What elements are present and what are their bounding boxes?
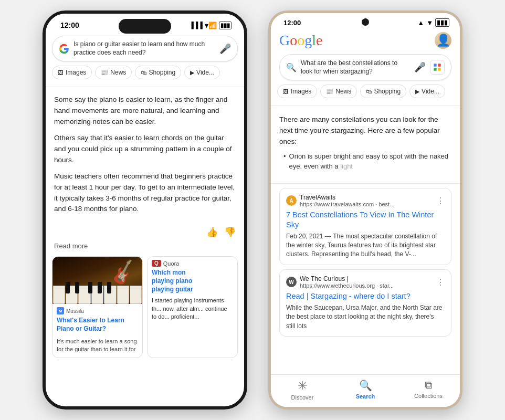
iphone-status-icons: ▐▐▐ ▾📶 ▮▮▮ xyxy=(189,22,232,29)
travelawaits-url: https://www.travelawaits.com · best... xyxy=(300,201,394,208)
wifi-icon: ▾📶 xyxy=(205,22,217,29)
iphone-scroll-content[interactable]: Is piano or guitar easier to learn and h… xyxy=(46,32,244,410)
mussila-card-body: It's much easier to learn a song for the… xyxy=(52,335,142,358)
travelawaits-menu-icon[interactable]: ⋮ xyxy=(436,196,445,206)
android-camera xyxy=(362,18,369,26)
android-ai-answer: There are many constellations you can lo… xyxy=(271,109,460,180)
android-tab-news[interactable]: 📰 News xyxy=(320,85,357,98)
android-tab-images[interactable]: 🖼 Images xyxy=(277,85,317,98)
mussila-source-name: Mussila xyxy=(66,308,84,314)
quora-card-title: Which mon playing piano playing guitar xyxy=(148,268,237,296)
android-tabs: 🖼 Images 📰 News 🛍 Shopping ▶ Vide... xyxy=(271,85,460,102)
wethecurious-result-title[interactable]: Read | Stargazing - where do I start? xyxy=(286,291,445,301)
thumbs-up-icon[interactable]: 👍 xyxy=(206,226,218,238)
wethecurious-source-info: W We The Curious | https://www.wethecuri… xyxy=(286,275,394,289)
quora-title-line2: playing piano xyxy=(152,277,192,285)
wethecurious-favicon: W xyxy=(286,277,297,287)
travelawaits-name: TravelAwaits xyxy=(300,194,394,201)
images-tab-icon: 🖼 xyxy=(58,69,64,76)
iphone-time: 12:00 xyxy=(58,21,79,29)
android-ai-bullets: • Orion is super bright and easy to spot… xyxy=(279,152,451,172)
android-video-label: Vide... xyxy=(422,88,439,95)
tab-video[interactable]: ▶ Vide... xyxy=(184,66,220,79)
android-bullet-1: • Orion is super bright and easy to spot… xyxy=(283,152,451,172)
quora-snippet: I started playing instruments th... now,… xyxy=(148,296,237,325)
nav-collections[interactable]: ⧉ Collections xyxy=(397,379,460,401)
android-search-query: What are the best constellations to look… xyxy=(301,59,410,76)
tab-shopping[interactable]: 🛍 Shopping xyxy=(135,66,181,79)
android-wifi-icon: ▼ xyxy=(426,19,433,27)
mussila-card[interactable]: 🎸 xyxy=(52,256,143,358)
ai-para-3: Music teachers often recommend that begi… xyxy=(54,171,236,215)
android-news-label: News xyxy=(335,88,351,95)
travelawaits-favicon: A xyxy=(286,195,297,206)
android-search-actions: 🎤 xyxy=(414,60,445,75)
news-tab-icon: 📰 xyxy=(101,69,108,76)
google-logo: Google xyxy=(279,32,322,49)
tab-images[interactable]: 🖼 Images xyxy=(52,66,92,79)
android-tab-video[interactable]: ▶ Vide... xyxy=(409,85,445,98)
android-search-bar[interactable]: 🔍 What are the best constellations to lo… xyxy=(279,54,451,80)
android-lens-icon[interactable] xyxy=(430,60,445,75)
quora-card[interactable]: Q Quora Which mon playing piano playing … xyxy=(147,256,238,358)
quora-source: Q Quora xyxy=(148,257,237,268)
wethecurious-domain-block: We The Curious | https://www.wethecuriou… xyxy=(300,275,394,289)
quora-source-name: Quora xyxy=(163,260,180,267)
iphone-device: 12:00 ▐▐▐ ▾📶 ▮▮▮ Is piano or guitar easi… xyxy=(43,10,247,410)
divider-1 xyxy=(46,87,244,87)
android-shopping-icon: 🛍 xyxy=(366,88,372,94)
android-status-icons: ▲ ▼ ▮▮▮ xyxy=(417,18,449,27)
mussila-card-title: What's Easier to Learn Piano or Guitar? xyxy=(52,316,142,335)
android-device: 12:00 ▲ ▼ ▮▮▮ Google 👤 🔍 What are the be… xyxy=(268,10,462,410)
android-divider-1 xyxy=(271,106,460,106)
iphone-search-bar[interactable]: Is piano or guitar easier to learn and h… xyxy=(52,36,238,61)
wethecurious-url: https://www.wethecurious.org · star... xyxy=(300,282,394,289)
android-shopping-label: Shopping xyxy=(374,88,401,95)
mussila-source: M Mussila xyxy=(52,304,142,316)
read-more-link[interactable]: Read more xyxy=(46,240,244,254)
ai-para-1: Some say the piano is easier to learn, a… xyxy=(54,94,236,128)
thumbs-down-icon[interactable]: 👎 xyxy=(224,226,236,238)
android-ai-intro: There are many constellations you can lo… xyxy=(279,114,451,148)
result-card-travelawaits[interactable]: A TravelAwaits https://www.travelawaits.… xyxy=(279,188,451,265)
images-tab-label: Images xyxy=(66,69,86,76)
avatar-icon: 👤 xyxy=(436,34,450,47)
iphone-mic-icon[interactable]: 🎤 xyxy=(219,43,231,55)
bullet-faded: light xyxy=(340,162,353,170)
bullet-normal: Orion is super bright and easy to spot w… xyxy=(289,152,449,170)
search-nav-icon: 🔍 xyxy=(359,379,372,392)
android-divider-2 xyxy=(271,183,460,184)
travelawaits-snippet: Feb 20, 2021 — The most spectacular cons… xyxy=(286,232,445,259)
nav-discover[interactable]: ✳ Discover xyxy=(271,379,334,401)
android-scroll-content[interactable]: Google 👤 🔍 What are the best constellati… xyxy=(271,29,460,369)
android-mic-icon[interactable]: 🎤 xyxy=(414,61,426,73)
tab-news[interactable]: 📰 News xyxy=(95,66,132,79)
google-logo-bar: Google 👤 xyxy=(271,29,460,52)
wethecurious-menu-icon[interactable]: ⋮ xyxy=(436,277,445,287)
google-lens-icon xyxy=(433,63,441,71)
shopping-tab-label: Shopping xyxy=(149,69,175,76)
iphone-ai-answer: Some say the piano is easier to learn, a… xyxy=(46,90,244,224)
mussila-snippet: It's much easier to learn a song for the… xyxy=(57,338,138,354)
svg-rect-0 xyxy=(434,64,436,67)
video-tab-icon: ▶ xyxy=(190,69,194,76)
svg-rect-2 xyxy=(434,68,436,71)
result-card-wethecurious[interactable]: W We The Curious | https://www.wethecuri… xyxy=(279,269,451,337)
svg-rect-1 xyxy=(438,64,440,67)
wethecurious-name: We The Curious | xyxy=(300,275,394,282)
travelawaits-source-info: A TravelAwaits https://www.travelawaits.… xyxy=(286,194,394,208)
android-images-icon: 🖼 xyxy=(283,88,289,94)
answer-feedback: 👍 👎 xyxy=(46,224,244,240)
android-battery-icon: ▮▮▮ xyxy=(435,18,449,27)
android-tab-shopping[interactable]: 🛍 Shopping xyxy=(360,85,406,98)
ai-para-2: Others say that it's easier to learn cho… xyxy=(54,133,236,166)
nav-search[interactable]: 🔍 Search xyxy=(334,379,397,401)
android-bottom-nav: ✳ Discover 🔍 Search ⧉ Collections xyxy=(271,374,460,407)
travelawaits-domain-block: TravelAwaits https://www.travelawaits.co… xyxy=(300,194,394,208)
mussila-card-image: 🎸 xyxy=(52,257,142,304)
discover-icon: ✳ xyxy=(298,379,307,393)
user-avatar[interactable]: 👤 xyxy=(435,32,451,49)
android-search-icon: 🔍 xyxy=(286,62,297,72)
iphone-tabs: 🖼 Images 📰 News 🛍 Shopping ▶ Vide... xyxy=(46,66,244,83)
travelawaits-result-title[interactable]: 7 Best Constellations To View In The Win… xyxy=(286,210,445,230)
